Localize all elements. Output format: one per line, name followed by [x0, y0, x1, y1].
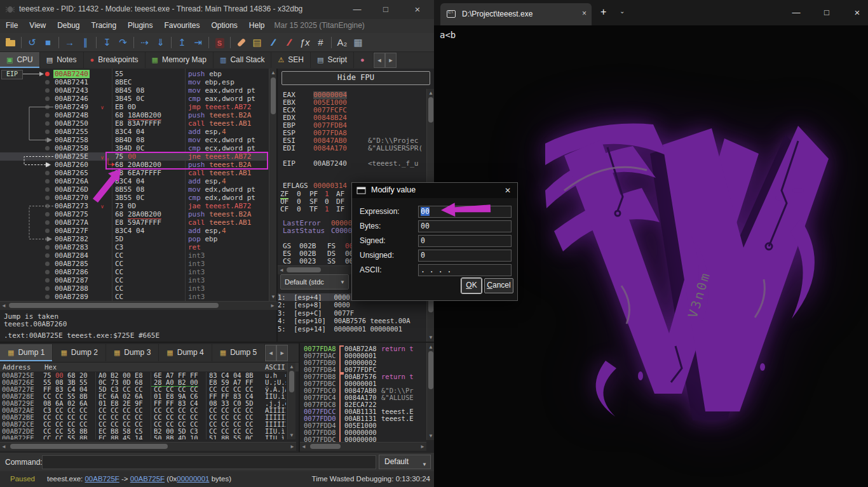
field-input-expression[interactable]: 00: [418, 206, 512, 218]
pause-icon[interactable]: ∥: [78, 34, 93, 51]
new-tab-button[interactable]: +: [600, 6, 606, 18]
stack-panel[interactable]: 0077FDA800AB72A8return t0077FDAC00000001…: [299, 342, 435, 452]
disasm-row[interactable]: 00AB7283C3ret: [0, 243, 268, 251]
menu-item-favourites[interactable]: Favourites: [158, 19, 205, 32]
menu-item-plugins[interactable]: Plugins: [122, 19, 158, 32]
disasm-row[interactable]: 00AB7287CCint3: [0, 276, 268, 284]
dump-tab-3[interactable]: ▦Dump 3: [106, 344, 159, 361]
disasm-row[interactable]: 00AB7285CCint3: [0, 260, 268, 268]
disasm-row[interactable]: 00AB7288CCint3: [0, 284, 268, 293]
dump-tab-1[interactable]: ▦Dump 1: [0, 344, 53, 361]
step-out-icon[interactable]: ⇓: [153, 34, 168, 51]
font-icon[interactable]: A₂: [334, 34, 350, 51]
row-dot[interactable]: [45, 237, 50, 241]
row-dot[interactable]: [45, 270, 50, 274]
row-dot[interactable]: [45, 286, 50, 291]
disasm-row[interactable]: 00AB72588B4D 08mov ecx,dword pt: [0, 136, 268, 144]
tab-breakpoints[interactable]: ●Breakpoints: [84, 52, 146, 68]
open-file-icon[interactable]: [3, 34, 18, 51]
run-to-user-code-icon[interactable]: ↥: [174, 34, 190, 51]
minimize-button[interactable]: —: [346, 3, 368, 17]
disasm-row[interactable]: 00AB7284CCint3: [0, 251, 268, 260]
row-dot[interactable]: [45, 80, 50, 84]
register-row[interactable]: EDI0084A170&"ALLUSERSPR(: [278, 145, 434, 152]
disasm-row[interactable]: 00AB726068 20A0B200push teeest.B2A: [0, 161, 268, 169]
row-dot[interactable]: [45, 171, 50, 175]
row-dot[interactable]: [45, 278, 50, 283]
hide-fpu-button[interactable]: Hide FPU: [281, 71, 430, 85]
ok-button[interactable]: OK: [461, 278, 482, 293]
register-row[interactable]: ESI00847AB0&"D:\\Projec: [278, 137, 434, 145]
dialog-close-icon[interactable]: ✕: [501, 184, 515, 197]
argument-row[interactable]: 3: [esp+C] 0077F: [278, 309, 429, 317]
execute-till-return-icon[interactable]: ⇢: [137, 34, 153, 51]
step-into-icon[interactable]: ↧: [99, 34, 115, 51]
source-icon[interactable]: S: [212, 34, 227, 51]
row-dot[interactable]: [45, 253, 50, 258]
row-dot[interactable]: [45, 229, 50, 233]
row-dot[interactable]: [45, 154, 50, 159]
row-dot[interactable]: [45, 245, 50, 250]
argument-row[interactable]: 2: [esp+8] 0000: [278, 301, 429, 309]
argument-row[interactable]: 5: [esp+14] 00000001 00000001: [278, 325, 429, 333]
hash-icon[interactable]: #: [313, 34, 329, 51]
menu-item-help[interactable]: Help: [243, 19, 271, 32]
tab-scroll-right[interactable]: ►: [385, 53, 397, 68]
disasm-vscrollbar[interactable]: ▲▼: [269, 69, 277, 301]
register-row[interactable]: EBX005E1000: [278, 99, 434, 107]
row-dot[interactable]: [45, 163, 50, 167]
menu-item-options[interactable]: Options: [205, 19, 243, 32]
row-dot[interactable]: [45, 187, 50, 192]
terminal-maximize-button[interactable]: □: [814, 5, 839, 20]
run-until-icon[interactable]: ⇥: [190, 34, 206, 51]
disasm-row[interactable]: 00AB7249EB 0Djmp teeest.AB72: [0, 103, 268, 111]
menu-item-debug[interactable]: Debug: [51, 19, 85, 32]
field-input-bytes[interactable]: 00: [418, 220, 512, 232]
register-row[interactable]: EIP00AB7240<teeest._f_u: [278, 160, 434, 168]
close-button[interactable]: ×: [407, 3, 428, 17]
dump-panel[interactable]: ▦Dump 1▦Dump 2▦Dump 3▦Dump 4▦Dump 5◄► Ad…: [0, 342, 299, 452]
menu-item-file[interactable]: File: [0, 19, 24, 32]
row-dot[interactable]: [45, 88, 50, 93]
field-input-unsigned[interactable]: 0: [418, 250, 512, 262]
register-row[interactable]: EBP0077FDB4: [278, 122, 434, 130]
register-row[interactable]: ESP0077FDA8: [278, 130, 434, 137]
status-link[interactable]: 00AB725F: [130, 475, 165, 483]
dump-tab-4[interactable]: ▦Dump 4: [159, 344, 212, 361]
terminal-close-button[interactable]: ×: [844, 5, 868, 20]
tab-close-icon[interactable]: ×: [582, 9, 587, 18]
disasm-hscrollbar[interactable]: ◄►: [0, 301, 276, 310]
row-dot[interactable]: [45, 295, 50, 299]
status-link[interactable]: 00000001: [177, 475, 209, 483]
disasm-row[interactable]: 00AB727F83C4 04add esp,4: [0, 227, 268, 235]
breakpoint-dot[interactable]: [45, 72, 50, 76]
command-input[interactable]: [42, 455, 376, 469]
row-dot[interactable]: [45, 130, 50, 134]
patch-icon[interactable]: [233, 34, 249, 51]
register-row[interactable]: EAX00000004: [278, 91, 434, 99]
tab-dropdown-chevron-icon[interactable]: ⌄: [620, 8, 625, 15]
disasm-row[interactable]: 00AB727568 28A0B200push teeest.B2A: [0, 210, 268, 218]
disasm-row[interactable]: 00AB7250E8 83A7FFFFcall teeest.AB1: [0, 119, 268, 128]
functions-icon[interactable]: ƒx: [297, 34, 313, 51]
disasm-row[interactable]: 00AB72418BECmov ebp,esp: [0, 78, 268, 86]
step-over-icon[interactable]: ↷: [115, 34, 131, 51]
restart-icon[interactable]: ↺: [24, 34, 40, 51]
comment-icon[interactable]: ▤: [249, 34, 265, 51]
tab-cpu[interactable]: ▣CPU: [0, 52, 40, 68]
row-dot[interactable]: [45, 179, 50, 183]
tab-memory-map[interactable]: ▦Memory Map: [146, 52, 214, 68]
tab-more[interactable]: ●: [354, 52, 374, 68]
disasm-row[interactable]: 00AB72703B55 0Ccmp edx,dword pt: [0, 194, 268, 202]
maximize-button[interactable]: □: [375, 3, 397, 17]
terminal-minimize-button[interactable]: —: [783, 5, 809, 20]
breakpoints-blue-icon[interactable]: ∕∕∕: [265, 34, 281, 51]
terminal-tab[interactable]: C:\ D:\Project\teeest.exe ×: [440, 3, 592, 25]
field-input-ascii[interactable]: . . . .: [418, 264, 512, 276]
dump-hscrollbar[interactable]: ◄►: [0, 442, 296, 451]
row-dot[interactable]: [45, 212, 50, 217]
disasm-row[interactable]: 00AB72463B45 0Ccmp eax,dword pt: [0, 95, 268, 103]
disasm-row[interactable]: 00AB726A83C4 04add esp,4: [0, 177, 268, 185]
field-input-signed[interactable]: 0: [418, 235, 512, 247]
dump-scroll-left[interactable]: ◄: [265, 345, 276, 361]
